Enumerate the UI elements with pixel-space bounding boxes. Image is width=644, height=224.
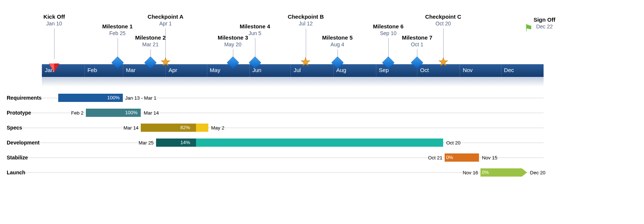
task-bar: 100% [58,94,123,102]
milestone-label: Milestone 1Feb 25 [102,23,133,36]
milestone-label: Milestone 5Aug 4 [322,34,353,47]
task-percent: 100% [107,95,119,100]
month-tick [376,64,376,77]
task-bar: 100% [86,109,141,117]
task-end-caption: Dec 20 [530,170,545,175]
milestone-date: Oct 20 [425,21,461,27]
task-start-caption: Feb 2 [71,110,84,116]
month-tick [249,64,250,77]
task-label: Requirements [7,95,41,101]
milestone-date: Dec 22 [533,24,555,29]
milestone-connector [255,38,255,59]
milestone-date: Jun 5 [240,30,270,36]
month-tick [460,64,460,77]
milestone-date: Jul 12 [288,21,324,27]
star-icon: ★ [161,55,171,68]
milestone-date: Mar 21 [135,41,166,47]
task-percent: 0% [482,169,489,175]
task-start-caption: Mar 14 [124,125,139,131]
milestone-label: Milestone 4Jun 5 [240,23,270,36]
milestone-title: Checkpoint A [147,13,183,20]
task-label: Prototype [7,110,31,116]
milestone-title: Milestone 4 [240,23,270,29]
month-tick [290,64,291,77]
flag-icon: ⚑ [524,22,533,34]
milestone-date: Apr 1 [147,21,183,27]
milestone-title: Kick Off [43,13,65,20]
milestone-label: Milestone 2Mar 21 [135,34,166,47]
month-label: May [210,67,220,73]
star-icon: ★ [438,55,448,68]
month-tick [123,64,123,77]
milestone-connector [54,28,55,59]
task-end-caption: Mar 14 [144,110,159,116]
month-tick [333,64,334,77]
task-start-caption: Mar 25 [139,140,153,146]
milestone-date: Jan 10 [43,21,65,27]
task-bar: 82% [141,124,208,132]
task-percent: 82% [180,125,190,130]
milestone-title: Sign Off [533,16,555,23]
month-label: Oct [420,67,429,73]
task-label: Stabilize [7,155,28,161]
milestone-label: Checkpoint AApr 1 [147,13,183,27]
milestone-title: Milestone 5 [322,34,353,41]
month-label: Dec [504,67,514,73]
milestone-connector [306,28,306,59]
month-tick [501,64,501,77]
task-label: Launch [7,169,25,175]
task-label: Specs [7,125,22,131]
milestone-label: Milestone 3May 20 [218,34,248,47]
star-icon: ★ [301,55,311,68]
month-label: Feb [87,67,97,73]
milestone-date: Feb 25 [102,30,133,36]
task-bar: 0% [445,153,479,162]
milestone-title: Milestone 1 [102,23,133,29]
task-bar: 14% [156,139,444,147]
timeline-shadow [42,77,544,87]
milestone-date: May 20 [218,41,248,47]
milestone-date: Sep 10 [373,30,404,36]
task-bar: 0% [480,168,527,177]
milestone-label: Sign OffDec 22 [533,16,555,29]
month-label: Nov [463,67,473,73]
month-tick [42,64,42,77]
task-range: Jan 13 - Mar 1 [125,95,156,101]
task-guideline [7,128,544,128]
milestone-date: Oct 1 [402,41,432,47]
month-tick [84,64,85,77]
task-end-caption: Nov 15 [482,155,497,161]
milestone-title: Checkpoint C [425,13,461,20]
triangle-icon [49,63,59,72]
milestone-label: Checkpoint BJul 12 [288,13,324,27]
task-percent: 0% [446,155,453,160]
task-end-caption: Oct 20 [446,140,460,146]
milestone-connector [165,28,166,59]
milestone-title: Checkpoint B [288,13,324,20]
milestone-label: Checkpoint COct 20 [425,13,461,27]
milestone-connector [388,38,389,59]
month-label: Mar [126,67,136,73]
month-tick [207,64,207,77]
milestone-title: Milestone 7 [402,34,432,41]
task-percent: 14% [180,140,190,145]
milestone-title: Milestone 6 [373,23,404,29]
month-label: Jul [293,67,301,73]
task-label: Development [7,140,40,146]
milestone-label: Milestone 7Oct 1 [402,34,432,47]
task-start-caption: Nov 16 [463,170,478,175]
milestone-label: Kick OffJan 10 [43,13,65,27]
task-end-caption: May 2 [211,125,224,131]
milestone-label: Milestone 6Sep 10 [373,23,404,36]
task-start-caption: Oct 21 [428,155,442,161]
task-percent: 100% [125,110,137,115]
milestone-connector [443,28,444,59]
milestone-date: Aug 4 [322,41,353,47]
milestone-title: Milestone 2 [135,34,166,41]
milestone-connector [118,38,118,59]
